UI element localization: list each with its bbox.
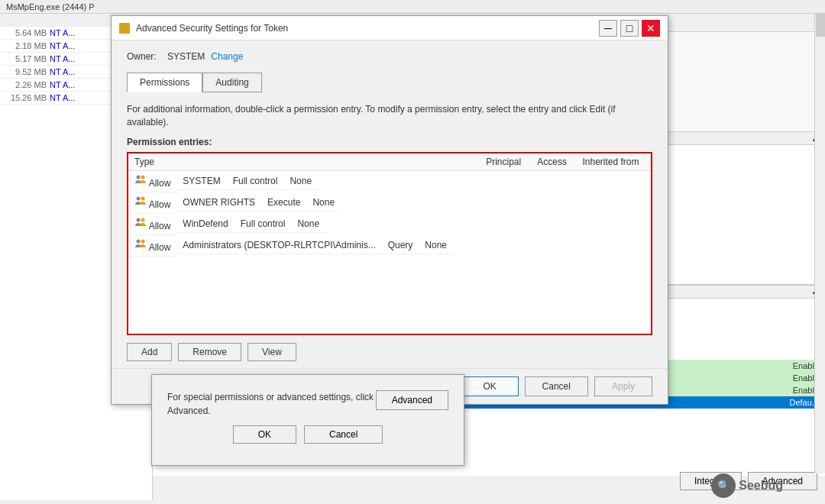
- main-dialog: Advanced Security Settings for Token ─ □…: [111, 15, 668, 405]
- dialog-window-controls: ─ □ ✕: [599, 20, 660, 37]
- bg-scrollbar[interactable]: [814, 14, 825, 473]
- main-dialog-titlebar: Advanced Security Settings for Token ─ □…: [112, 16, 668, 40]
- process-size-5: 2.26 MB: [5, 80, 47, 89]
- dialog-title-icon: [119, 23, 130, 34]
- dialog-action-buttons: Add Remove View: [127, 343, 652, 361]
- table-row-1[interactable]: Allow SYSTEM Full control None: [128, 171, 480, 192]
- table-header-row: Type Principal Access Inherited from: [128, 153, 651, 171]
- users-icon-3: [134, 217, 147, 229]
- seebug-watermark: 🔍 Seebug: [711, 473, 783, 498]
- small-dialog-body: For special permissions or advanced sett…: [152, 375, 464, 425]
- users-icon-1: [134, 174, 147, 186]
- add-button[interactable]: Add: [127, 343, 172, 361]
- close-button[interactable]: ✕: [642, 20, 660, 37]
- minimize-button[interactable]: ─: [599, 20, 617, 37]
- remove-button[interactable]: Remove: [178, 343, 241, 361]
- row3-type: Allow: [128, 214, 176, 235]
- table-row-4[interactable]: Allow Administrators (DESKTOP-RLRTCPI\Ad…: [128, 235, 480, 257]
- bg-header-bar: MsMpEng.exe (2444) P: [0, 0, 825, 14]
- owner-value: SYSTEM: [167, 51, 205, 62]
- col-principal: Principal: [480, 153, 531, 171]
- small-cancel-button[interactable]: Cancel: [304, 425, 383, 444]
- small-dialog-buttons: OK Cancel: [152, 425, 464, 454]
- row2-access: Execute: [261, 194, 306, 212]
- row4-inherited: None: [419, 237, 453, 254]
- ok-button[interactable]: OK: [461, 376, 519, 396]
- dialog-tabs: Permissions Auditing: [127, 73, 652, 92]
- dialog-title-area: Advanced Security Settings for Token: [119, 23, 288, 34]
- row4-principal: Administrators (DESKTOP-RLRTCPI\Adminis.…: [176, 237, 381, 254]
- row2-type: Allow: [128, 192, 176, 214]
- row3-inherited: None: [291, 215, 325, 233]
- table-row-3[interactable]: Allow WinDefend Full control None: [128, 214, 480, 235]
- row2-inherited: None: [306, 194, 341, 212]
- col-type: Type: [128, 153, 480, 171]
- process-name-2: NT A...: [50, 41, 75, 50]
- process-name-6: NT A...: [50, 93, 75, 102]
- row4-type: Allow: [128, 235, 176, 257]
- small-ok-button[interactable]: OK: [233, 425, 296, 444]
- row1-access: Full control: [227, 173, 284, 190]
- row1-inherited: None: [283, 173, 318, 190]
- view-button[interactable]: View: [247, 343, 296, 361]
- permission-table: Type Principal Access Inherited from All…: [128, 153, 651, 257]
- apply-button[interactable]: Apply: [594, 376, 652, 396]
- process-size-2: 2.18 MB: [5, 41, 47, 50]
- table-row-2[interactable]: Allow OWNER RIGHTS Execute None: [128, 192, 480, 214]
- owner-row: Owner: SYSTEM Change: [127, 51, 652, 62]
- owner-change-link[interactable]: Change: [211, 51, 243, 62]
- process-size-3: 5.17 MB: [5, 54, 47, 63]
- small-dialog: For special permissions or advanced sett…: [151, 374, 464, 466]
- dialog-info-text: For additional information, double-click…: [127, 103, 652, 129]
- main-dialog-body: Owner: SYSTEM Change Permissions Auditin…: [112, 40, 668, 372]
- process-name-3: NT A...: [50, 54, 75, 63]
- tab-permissions[interactable]: Permissions: [127, 73, 202, 92]
- process-size-6: 15.26 MB: [5, 93, 47, 102]
- perm-entries-label: Permission entries:: [127, 137, 652, 147]
- row2-principal: OWNER RIGHTS: [176, 194, 261, 212]
- permission-table-container: Type Principal Access Inherited from All…: [127, 152, 652, 335]
- col-inherited: Inherited from: [577, 153, 652, 171]
- process-name-5: NT A...: [50, 80, 75, 89]
- col-access: Access: [531, 153, 576, 171]
- users-icon-2: [134, 195, 147, 208]
- advanced-button-small[interactable]: Advanced: [376, 390, 448, 410]
- process-size-1: 5.64 MB: [5, 28, 47, 37]
- tab-auditing[interactable]: Auditing: [202, 73, 261, 92]
- row3-access: Full control: [235, 215, 292, 233]
- process-name-1: NT A...: [50, 28, 75, 37]
- row1-principal: SYSTEM: [176, 173, 226, 190]
- bg-title: MsMpEng.exe (2444) P: [6, 2, 95, 11]
- row4-access: Query: [382, 237, 419, 254]
- dialog-title-text: Advanced Security Settings for Token: [136, 23, 288, 34]
- users-icon-4: [134, 238, 147, 250]
- row1-type: Allow: [128, 171, 176, 192]
- process-name-4: NT A...: [50, 67, 75, 76]
- maximize-button[interactable]: □: [620, 20, 639, 37]
- cancel-button[interactable]: Cancel: [525, 376, 588, 396]
- process-size-4: 9.52 MB: [5, 67, 47, 76]
- owner-label: Owner:: [127, 51, 161, 62]
- row3-principal: WinDefend: [176, 215, 234, 233]
